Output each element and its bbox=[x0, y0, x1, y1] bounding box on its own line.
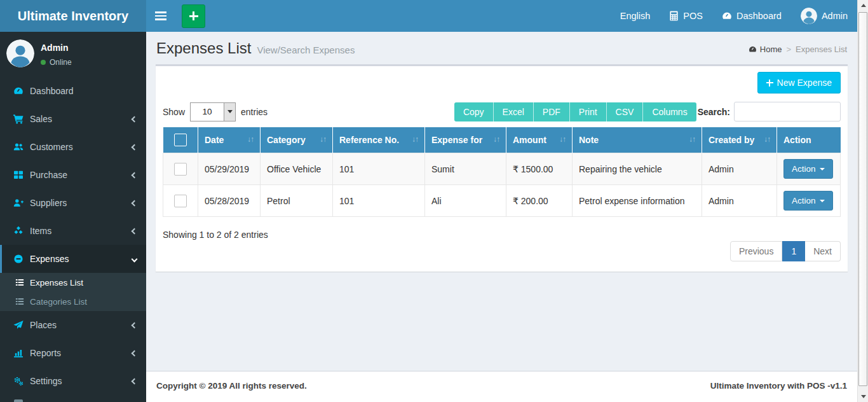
cell-category: Office Vehicle bbox=[261, 153, 333, 185]
sidebar-item-label: Places bbox=[30, 320, 57, 330]
columns-button[interactable]: Columns bbox=[642, 102, 696, 121]
breadcrumb-home-link[interactable]: Home bbox=[749, 45, 782, 54]
sort-icon: ↓↑ bbox=[412, 135, 418, 144]
column-header-date[interactable]: ↓↑Date bbox=[198, 127, 261, 153]
sidebar-item-items[interactable]: Items bbox=[0, 217, 146, 245]
sidebar-item-label: Dashboard bbox=[30, 86, 74, 96]
pos-label: POS bbox=[683, 11, 703, 21]
next-page-button[interactable]: Next bbox=[805, 241, 841, 261]
sidebar-item-reports[interactable]: Reports bbox=[0, 339, 146, 367]
user-menu[interactable]: Admin bbox=[791, 0, 857, 32]
row-checkbox[interactable] bbox=[174, 195, 187, 207]
plus-icon bbox=[189, 11, 198, 20]
sidebar-item-categories-list[interactable]: Categories List bbox=[0, 292, 146, 311]
user-plus-icon bbox=[13, 198, 24, 208]
chevron-left-icon bbox=[132, 200, 138, 206]
chevron-left-icon bbox=[132, 172, 138, 178]
copy-button[interactable]: Copy bbox=[454, 102, 493, 121]
column-header-category[interactable]: ↓↑Category bbox=[261, 127, 333, 153]
sidebar-item-label: Sales bbox=[30, 114, 52, 124]
column-header-created-by[interactable]: ↓↑Created by bbox=[702, 127, 777, 153]
users-icon bbox=[13, 142, 24, 152]
column-header-reference[interactable]: ↓↑Reference No. bbox=[333, 127, 425, 153]
app-logo[interactable]: Ultimate Inventory bbox=[0, 0, 146, 32]
breadcrumb-separator: > bbox=[786, 45, 791, 54]
plus-icon bbox=[766, 80, 773, 87]
entries-label: entries bbox=[241, 107, 268, 117]
sidebar-item-purchase[interactable]: Purchase bbox=[0, 161, 146, 189]
sidebar-item-label: Reports bbox=[30, 348, 61, 358]
sidebar-item-dashboard[interactable]: Dashboard bbox=[0, 77, 146, 105]
vertical-scrollbar[interactable] bbox=[857, 0, 868, 402]
sidebar-item-label: Purchase bbox=[30, 170, 67, 180]
quick-add-button[interactable] bbox=[182, 4, 205, 28]
cell-note: Repairing the vehicle bbox=[573, 153, 702, 185]
sidebar-item-expenses-list[interactable]: Expenses List bbox=[0, 273, 146, 292]
page-title: Expenses List bbox=[156, 39, 251, 57]
chevron-left-icon bbox=[132, 350, 138, 356]
sidebar: Admin Online Dashboard Sales Customers bbox=[0, 32, 146, 402]
select-all-header[interactable] bbox=[163, 127, 198, 153]
breadcrumb: Home > Expenses List bbox=[749, 45, 847, 54]
pdf-button[interactable]: PDF bbox=[533, 102, 569, 121]
navbar-menu: English POS Dashboard Admin bbox=[611, 0, 857, 32]
cell-reference: 101 bbox=[333, 153, 425, 185]
sidebar-item-settings[interactable]: Settings bbox=[0, 367, 146, 395]
user-panel: Admin Online bbox=[0, 32, 146, 75]
column-header-expense-for[interactable]: ↓↑Expense for bbox=[425, 127, 506, 153]
sidebar-item-places[interactable]: Places bbox=[0, 311, 146, 339]
print-button[interactable]: Print bbox=[569, 102, 606, 121]
select-all-checkbox[interactable] bbox=[174, 134, 187, 146]
caret-down-icon bbox=[820, 200, 825, 202]
sort-icon: ↓↑ bbox=[247, 135, 254, 144]
new-expense-button[interactable]: New Expense bbox=[757, 72, 841, 94]
sidebar-toggle-button[interactable] bbox=[146, 0, 175, 32]
calculator-icon bbox=[669, 11, 679, 21]
sidebar-item-sales[interactable]: Sales bbox=[0, 105, 146, 133]
expenses-submenu: Expenses List Categories List bbox=[0, 273, 146, 311]
sidebar-item-suppliers[interactable]: Suppliers bbox=[0, 189, 146, 217]
sidebar-item-label: Suppliers bbox=[30, 198, 67, 208]
row-checkbox[interactable] bbox=[174, 163, 187, 176]
online-dot-icon bbox=[41, 60, 46, 65]
dashboard-link[interactable]: Dashboard bbox=[712, 0, 791, 32]
excel-button[interactable]: Excel bbox=[493, 102, 533, 121]
page-length-select[interactable]: 10 bbox=[190, 102, 236, 121]
sidebar-menu: Dashboard Sales Customers Purchase bbox=[0, 77, 146, 395]
dashboard-icon bbox=[722, 11, 732, 21]
cell-date: 05/29/2019 bbox=[198, 153, 261, 185]
sidebar-item-customers[interactable]: Customers bbox=[0, 133, 146, 161]
page-length-control: Show 10 entries bbox=[163, 102, 268, 121]
top-navbar: English POS Dashboard Admin bbox=[146, 0, 857, 32]
column-header-amount[interactable]: ↓↑Amount bbox=[506, 127, 573, 153]
caret-down-icon bbox=[820, 168, 825, 170]
scroll-up-button[interactable] bbox=[858, 0, 868, 11]
scroll-down-button[interactable] bbox=[858, 391, 868, 402]
list-icon bbox=[15, 297, 24, 306]
pos-link[interactable]: POS bbox=[660, 0, 712, 32]
cell-created-by: Admin bbox=[702, 185, 777, 217]
dashboard-icon bbox=[13, 86, 24, 96]
avatar bbox=[801, 8, 817, 24]
main-footer: Copyright © 2019 All rights reserved. Ul… bbox=[146, 371, 857, 402]
csv-button[interactable]: CSV bbox=[606, 102, 643, 121]
select-dropdown-arrow-icon bbox=[224, 103, 235, 121]
language-menu[interactable]: English bbox=[611, 0, 660, 32]
previous-page-button[interactable]: Previous bbox=[730, 241, 782, 261]
cell-expense-for: Ali bbox=[425, 185, 506, 217]
submenu-item-label: Expenses List bbox=[30, 278, 83, 288]
search-input[interactable] bbox=[734, 102, 841, 121]
dashboard-icon bbox=[749, 45, 757, 53]
column-header-note[interactable]: ↓↑Note bbox=[573, 127, 702, 153]
chevron-left-icon bbox=[132, 378, 138, 384]
cell-note: Petrol expense information bbox=[573, 185, 702, 217]
page-1-button[interactable]: 1 bbox=[782, 241, 805, 261]
search-label: Search: bbox=[698, 107, 730, 117]
sidebar-item-label: Expenses bbox=[30, 254, 69, 264]
scrollbar-thumb[interactable] bbox=[858, 12, 867, 386]
language-label: English bbox=[620, 11, 651, 21]
content-header: Expenses List View/Search Expenses Home … bbox=[146, 32, 857, 62]
action-button[interactable]: Action bbox=[783, 191, 833, 211]
action-button[interactable]: Action bbox=[783, 159, 833, 179]
sidebar-item-expenses[interactable]: Expenses bbox=[0, 245, 146, 273]
